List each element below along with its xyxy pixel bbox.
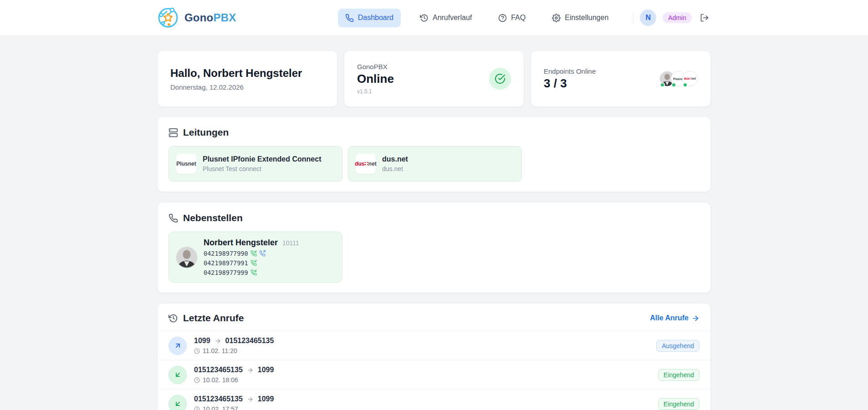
arrow-right-icon xyxy=(247,367,254,374)
version-label: v1.5.1 xyxy=(357,88,394,95)
arrow-right-icon xyxy=(214,338,221,344)
phone-incoming-icon xyxy=(250,260,257,266)
nav-label: FAQ xyxy=(511,14,526,22)
call-time: 10.02. 18:06 xyxy=(203,376,238,384)
clock-icon xyxy=(194,348,200,354)
did-row: 042198977990 xyxy=(204,250,299,257)
endpoints-value: 3 / 3 xyxy=(544,76,596,91)
endpoint-avatar-stack: Plusnet dus∷net xyxy=(659,71,698,86)
user-area: N Admin xyxy=(633,10,711,26)
letzte-anrufe-section: Letzte Anrufe Alle Anrufe 1099 015123465… xyxy=(157,303,711,410)
endpoints-card: Endpoints Online 3 / 3 Plusnet dus∷net xyxy=(531,51,711,107)
call-row[interactable]: 015123465135 1099 10.02. 18:06 Eingehend xyxy=(158,360,710,389)
brand-logo[interactable]: GonoPBX xyxy=(157,7,236,29)
top-navbar: GonoPBX Dashboard Anrufverlauf FAQ Einst… xyxy=(0,0,868,36)
status-value: Online xyxy=(357,72,394,86)
arrow-up-right-icon xyxy=(174,342,182,349)
nav-label: Einstellungen xyxy=(565,14,608,22)
user-avatar[interactable]: N xyxy=(640,10,656,26)
call-row[interactable]: 015123465135 1099 10.02. 17:57 Eingehend xyxy=(158,390,710,410)
direction-badge: Eingehend xyxy=(658,369,700,381)
nav-item-anrufverlauf[interactable]: Anrufverlauf xyxy=(413,9,479,27)
line-description: dus.net xyxy=(382,165,408,172)
phone-outgoing-icon xyxy=(259,250,266,257)
line-description: Plusnet Test connect xyxy=(203,165,321,172)
arrow-down-left-icon xyxy=(174,371,182,379)
did-number: 042198977999 xyxy=(204,269,248,276)
direction-badge: Eingehend xyxy=(658,398,700,410)
did-row: 042198977991 xyxy=(204,259,299,267)
did-number: 042198977991 xyxy=(204,259,248,267)
did-number: 042198977990 xyxy=(204,250,248,257)
call-from: 1099 xyxy=(194,337,210,345)
clock-icon xyxy=(194,377,200,383)
alle-anrufe-link[interactable]: Alle Anrufe xyxy=(650,314,700,322)
did-row: 042198977999 xyxy=(204,269,299,276)
leitungen-title: Leitungen xyxy=(168,127,700,138)
clock-icon xyxy=(194,406,200,410)
phone-icon xyxy=(345,14,354,22)
incoming-call-bubble xyxy=(168,366,187,384)
dusnet-logo: dus∷net xyxy=(356,154,376,174)
nav-item-faq[interactable]: FAQ xyxy=(491,9,533,27)
brand-name: GonoPBX xyxy=(184,11,236,24)
call-time: 11.02. 11:20 xyxy=(203,347,237,354)
call-from: 015123465135 xyxy=(194,395,243,403)
online-status-bubble xyxy=(489,68,511,90)
help-circle-icon xyxy=(498,14,507,22)
main-nav: Dashboard Anrufverlauf FAQ Einstellungen xyxy=(338,9,616,27)
stat-cards-row: Hallo, Norbert Hengsteler Donnerstag, 12… xyxy=(157,51,711,107)
header-divider xyxy=(633,12,633,24)
greeting-title: Hallo, Norbert Hengsteler xyxy=(170,67,302,80)
online-dot xyxy=(683,82,688,87)
history-icon xyxy=(420,14,429,22)
call-to: 1099 xyxy=(258,366,274,374)
lines-row: Plusnet Plusnet IPfonie Extended Connect… xyxy=(168,146,700,182)
nebenstellen-title: Nebenstellen xyxy=(168,213,700,223)
endpoint-avatar-dusnet: dus∷net xyxy=(682,71,698,86)
phone-incoming-icon xyxy=(250,250,257,257)
gear-icon xyxy=(552,14,561,22)
direction-badge: Ausgehend xyxy=(656,340,700,352)
plusnet-logo: Plusnet xyxy=(176,154,196,174)
nav-item-einstellungen[interactable]: Einstellungen xyxy=(545,9,616,27)
line-card-dusnet[interactable]: dus∷net dus.net dus.net xyxy=(348,146,522,182)
online-dot xyxy=(671,82,676,87)
line-card-plusnet[interactable]: Plusnet Plusnet IPfonie Extended Connect… xyxy=(168,146,342,182)
incoming-call-bubble xyxy=(168,395,187,410)
greeting-card: Hallo, Norbert Hengsteler Donnerstag, 12… xyxy=(157,51,337,107)
extension-name: Norbert Hengsteler xyxy=(204,238,278,248)
greeting-date: Donnerstag, 12.02.2026 xyxy=(170,83,302,91)
line-name: Plusnet IPfonie Extended Connect xyxy=(203,155,321,163)
nav-label: Anrufverlauf xyxy=(433,14,472,22)
line-name: dus.net xyxy=(382,155,408,163)
server-icon xyxy=(168,128,178,137)
extension-card[interactable]: Norbert Hengsteler 10111 042198977990 04… xyxy=(168,232,342,283)
call-time: 10.02. 17:57 xyxy=(203,405,238,410)
nebenstellen-section: Nebenstellen Norbert Hengsteler 10111 04… xyxy=(157,202,711,293)
system-status-card: GonoPBX Online v1.5.1 xyxy=(344,51,524,107)
call-row[interactable]: 1099 015123465135 11.02. 11:20 Ausgehend xyxy=(158,331,710,360)
logout-button[interactable] xyxy=(698,11,711,24)
arrow-right-icon xyxy=(692,314,700,322)
check-circle-icon xyxy=(495,73,505,84)
online-dot xyxy=(660,82,665,87)
role-badge: Admin xyxy=(663,12,692,23)
letzte-anrufe-title: Letzte Anrufe xyxy=(168,313,244,324)
nav-label: Dashboard xyxy=(358,14,393,22)
history-icon xyxy=(168,314,178,323)
extension-avatar xyxy=(176,247,197,268)
endpoints-label: Endpoints Online xyxy=(544,67,596,75)
call-to: 1099 xyxy=(258,395,274,403)
call-from: 015123465135 xyxy=(194,366,243,374)
person-photo-icon xyxy=(176,247,197,268)
arrow-down-left-icon xyxy=(174,400,182,408)
nav-item-dashboard[interactable]: Dashboard xyxy=(338,9,401,27)
dusnet-mini-logo: dus∷net xyxy=(684,77,696,81)
gonopbx-logo-icon xyxy=(157,7,179,29)
status-label: GonoPBX xyxy=(357,63,394,71)
leitungen-section: Leitungen Plusnet Plusnet IPfonie Extend… xyxy=(157,116,711,192)
extension-number: 10111 xyxy=(282,239,299,247)
call-to: 015123465135 xyxy=(225,337,274,345)
arrow-right-icon xyxy=(247,396,254,403)
